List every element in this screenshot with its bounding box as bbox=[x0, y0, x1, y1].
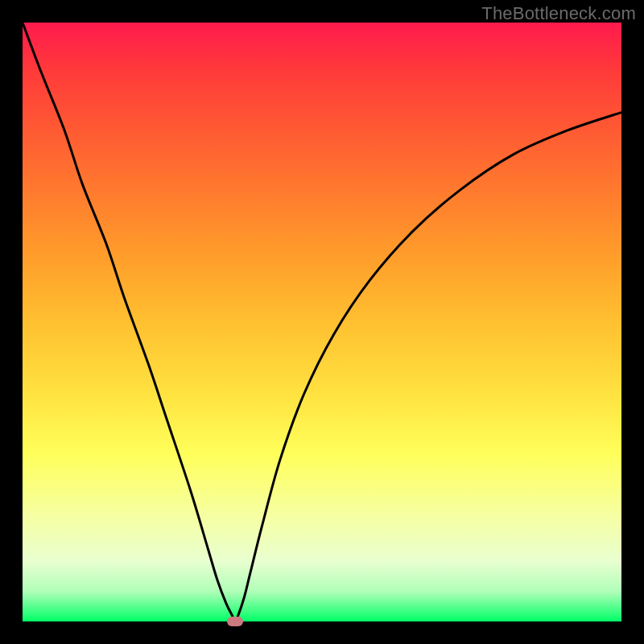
optimum-marker bbox=[227, 617, 243, 626]
chart-frame: TheBottleneck.com bbox=[0, 0, 644, 644]
watermark-text: TheBottleneck.com bbox=[481, 3, 636, 24]
plot-area bbox=[23, 23, 621, 621]
bottleneck-curve bbox=[23, 23, 621, 621]
